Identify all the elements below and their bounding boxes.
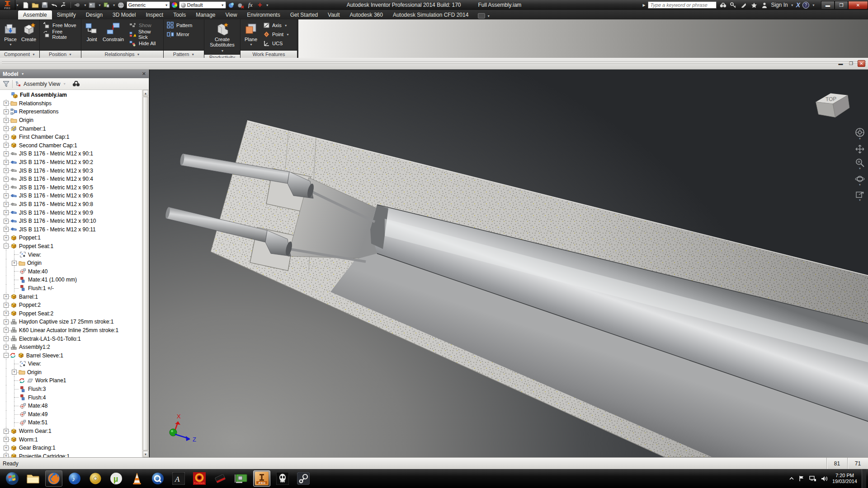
ribbon-tab-inspect[interactable]: Inspect <box>141 10 168 19</box>
tree-item[interactable]: +JIS B 1176 - Metric M12 x 90:3 <box>0 166 142 175</box>
tray-clock[interactable]: 7:20 PM 19/03/2014 <box>832 473 857 484</box>
new-file-button[interactable] <box>22 1 30 9</box>
viewcube-top-label[interactable]: TOP <box>826 96 837 103</box>
tree-item[interactable]: −Barrel Sleeve:1 <box>0 351 142 360</box>
tree-item[interactable]: +Poppet:2 <box>0 301 142 310</box>
minimize-button[interactable]: ▬ <box>821 1 835 9</box>
browser-title-chevron-icon[interactable]: ▼ <box>21 72 24 75</box>
tree-item[interactable]: +JIS B 1176 - Metric M12 x 90:6 <box>0 192 142 200</box>
tree-item[interactable]: −Poppet Seat:1 <box>0 242 142 251</box>
ribbon-tab-vault[interactable]: Vault <box>323 10 344 19</box>
expand-toggle[interactable]: − <box>4 244 9 249</box>
panel-label-component[interactable]: Component▼ <box>0 50 39 58</box>
expand-toggle[interactable]: + <box>12 261 17 266</box>
ribbon-tab-simplify[interactable]: Simplify <box>52 10 81 19</box>
tree-item[interactable]: Work Plane1 <box>0 376 142 385</box>
taskbar-cod-ghosts-icon[interactable] <box>274 470 291 487</box>
tree-item[interactable]: +Poppet:1 <box>0 234 142 242</box>
expand-toggle[interactable]: + <box>4 168 9 173</box>
tree-item[interactable]: +JIS B 1176 - Metric M12 x 90:5 <box>0 183 142 192</box>
tree-item[interactable]: Mate:41 (1.000 mm) <box>0 276 142 284</box>
taskbar-disc-burner-icon[interactable] <box>87 470 104 487</box>
add-qat-button[interactable]: + <box>256 1 264 9</box>
expand-toggle[interactable]: + <box>4 303 9 308</box>
ribbon-tab-autodesk-simulation-cfd-2014[interactable]: Autodesk Simulation CFD 2014 <box>388 10 473 19</box>
tree-item[interactable]: Mate:40 <box>0 267 142 276</box>
color-wheel-icon[interactable] <box>171 2 178 8</box>
expand-toggle[interactable]: + <box>4 328 9 333</box>
taskbar-inventor-pro-icon[interactable]: PRO <box>253 470 270 487</box>
tree-item[interactable]: +Projectile Cartridge:1 <box>0 452 142 457</box>
expand-toggle[interactable]: + <box>4 446 9 450</box>
taskbar-utorrent-icon[interactable]: µ <box>108 470 125 487</box>
ucs-button[interactable]: UCS <box>262 39 291 48</box>
taskbar-gpu-tool-icon[interactable] <box>232 470 250 487</box>
zoom-button[interactable]: ▼ <box>855 158 864 170</box>
browser-close-icon[interactable]: ✕ <box>142 71 146 77</box>
tree-item[interactable]: Flush:1 +/- <box>0 284 142 293</box>
close-button[interactable]: ✕ <box>848 1 868 9</box>
orbit-button[interactable]: ▼ <box>855 174 865 186</box>
tree-item[interactable]: +Haydon Captive size 17 25mm stroke:1 <box>0 318 142 326</box>
hide-all-button[interactable]: Hide All <box>128 39 161 48</box>
ribbon-tab-get-started[interactable]: Get Started <box>285 10 323 19</box>
tree-item[interactable]: Flush:4 <box>0 393 142 402</box>
expand-toggle[interactable]: + <box>4 210 9 215</box>
sign-in-person-icon[interactable] <box>760 1 769 9</box>
browser-title-bar[interactable]: Model ▼ ✕ <box>0 70 149 78</box>
doc-minimize-button[interactable]: ▬ <box>837 60 844 67</box>
expand-toggle[interactable]: + <box>4 177 9 182</box>
subscription-key-icon[interactable] <box>729 1 737 9</box>
search-binoculars-icon[interactable] <box>719 1 727 9</box>
tree-item[interactable]: +Second Chamber Cap:1 <box>0 141 142 150</box>
sign-in-chevron-icon[interactable]: ▼ <box>791 4 794 7</box>
ribbon-tab-design[interactable]: Design <box>81 10 108 19</box>
view-mode-selector[interactable]: Assembly View ▼ <box>15 81 66 87</box>
taskbar-red-black-app-icon[interactable] <box>212 470 229 487</box>
viewport-canvas[interactable]: TOP X Z ▼ <box>150 70 868 457</box>
tree-item[interactable]: +Chamber:1 <box>0 124 142 133</box>
update-button[interactable] <box>103 1 111 9</box>
expand-toggle[interactable]: + <box>4 311 9 316</box>
pattern-button[interactable]: Pattern <box>165 21 193 30</box>
find-binoculars-icon[interactable] <box>72 81 80 87</box>
app-menu-chevron-icon[interactable]: ▼ <box>16 4 19 7</box>
tree-item[interactable]: +Electrak-LA1-S-01-Tollo:1 <box>0 334 142 343</box>
orbit-chevron-icon[interactable]: ▼ <box>859 183 861 186</box>
filter-funnel-icon[interactable] <box>3 81 9 87</box>
scrollbar-thumb[interactable] <box>143 97 148 450</box>
tree-item[interactable]: +First Chamber Cap:1 <box>0 133 142 141</box>
expand-toggle[interactable]: + <box>4 227 9 232</box>
tree-item[interactable]: +Barrel:1 <box>0 292 142 301</box>
ribbon-tab-view[interactable]: View <box>221 10 242 19</box>
browser-scrollbar[interactable]: ▲ ▼ <box>142 90 149 457</box>
free-move-button[interactable]: Free Move <box>42 21 79 30</box>
sign-in-button[interactable]: Sign In <box>771 2 788 8</box>
expand-toggle[interactable]: + <box>4 160 9 165</box>
tree-item[interactable]: Full Assembly.iam <box>0 91 142 99</box>
expand-toggle[interactable]: + <box>4 219 9 224</box>
expand-toggle[interactable]: + <box>4 336 9 341</box>
tree-item[interactable]: Flush:3 <box>0 385 142 394</box>
tree-item[interactable]: +Assembly1:2 <box>0 343 142 352</box>
panel-label-pattern[interactable]: Pattern▼ <box>164 50 204 58</box>
expand-toggle[interactable]: + <box>4 143 9 148</box>
tree-item[interactable]: +JIS B 1176 - Metric M12 x 90:10 <box>0 217 142 225</box>
taskbar-file-explorer-icon[interactable] <box>24 470 42 487</box>
navigation-wheel-button[interactable]: ▼ <box>855 127 865 140</box>
taskbar-itunes-icon[interactable]: ♪ <box>66 470 83 487</box>
material-select[interactable]: Generic ▼ <box>127 1 170 9</box>
taskbar-steam-icon[interactable] <box>295 470 312 487</box>
panel-label-relationships[interactable]: Relationships▼ <box>81 50 163 58</box>
zoom-chevron-icon[interactable]: ▼ <box>859 167 861 170</box>
tree-item[interactable]: +Worm:1 <box>0 435 142 444</box>
help-chevron-icon[interactable]: ▼ <box>812 4 815 7</box>
redo-button[interactable] <box>60 1 68 9</box>
tree-item[interactable]: +K60 Linear Actuator Inline 25mm stroke:… <box>0 326 142 335</box>
appearance-sphere-icon[interactable] <box>117 1 125 9</box>
expand-toggle[interactable]: + <box>4 151 9 156</box>
expand-toggle[interactable]: + <box>4 319 9 324</box>
iproperties-button[interactable] <box>88 1 96 9</box>
splitter-groove[interactable] <box>2 64 866 64</box>
expand-toggle[interactable]: + <box>4 202 9 207</box>
